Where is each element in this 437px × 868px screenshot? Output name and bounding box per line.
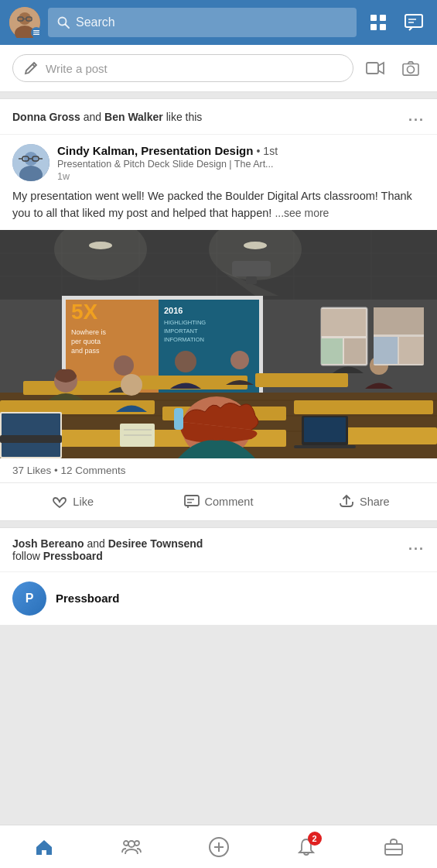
svg-rect-58 <box>232 261 271 276</box>
post-actions: Like Comment Share <box>0 483 437 520</box>
svg-rect-14 <box>380 24 386 30</box>
network-icon <box>121 837 142 857</box>
svg-point-103 <box>124 841 128 846</box>
notification-badge: 2 <box>308 832 322 846</box>
svg-point-73 <box>175 351 196 372</box>
svg-text:IMPORTANT: IMPORTANT <box>164 328 198 335</box>
follow-action: follow <box>12 550 43 562</box>
svg-rect-59 <box>246 276 257 284</box>
header-icons <box>364 9 428 36</box>
video-button[interactable] <box>361 54 389 82</box>
nav-network[interactable] <box>87 825 175 868</box>
like-name1: Donna Gross <box>12 111 80 123</box>
see-more-link[interactable]: ...see more <box>275 207 329 219</box>
home-icon <box>34 837 54 857</box>
svg-rect-82 <box>294 445 356 448</box>
svg-rect-6 <box>33 30 39 31</box>
bottom-nav: 2 <box>0 825 437 868</box>
follow-name2: Desiree Townsend <box>108 537 203 550</box>
likes-count: 37 Likes <box>12 465 51 476</box>
header: Search <box>0 0 437 45</box>
svg-rect-92 <box>321 309 366 336</box>
comment-button[interactable]: Comment <box>145 486 291 517</box>
feed-card: Donna Gross and Ben Walker like this ... <box>0 98 437 521</box>
nav-notifications[interactable]: 2 <box>262 825 350 868</box>
avatar-menu-icon <box>31 27 42 38</box>
svg-rect-64 <box>23 381 131 395</box>
stats-separator: • <box>54 465 60 476</box>
nav-jobs[interactable] <box>350 825 437 868</box>
share-label: Share <box>360 496 390 508</box>
svg-rect-12 <box>380 15 386 21</box>
search-bar[interactable]: Search <box>48 8 357 37</box>
write-post-label: Write a post <box>46 62 108 75</box>
post-stats: 37 Likes • 12 Comments <box>0 458 437 483</box>
grid-icon <box>370 14 387 31</box>
pressboard-avatar: P <box>12 582 46 616</box>
jobs-icon <box>384 837 404 857</box>
pressboard-name: Pressboard <box>56 592 120 605</box>
follow-connector: and <box>87 537 108 550</box>
search-placeholder: Search <box>76 15 115 29</box>
nav-add[interactable] <box>175 825 262 868</box>
post-composer: Write a post <box>0 45 437 92</box>
post-text: My presentation went well! We packed the… <box>12 190 412 219</box>
write-post-input[interactable]: Write a post <box>12 54 353 82</box>
profile-avatar[interactable] <box>9 7 40 38</box>
svg-rect-13 <box>370 24 377 30</box>
message-icon-btn[interactable] <box>400 9 428 36</box>
svg-text:per quota: per quota <box>71 338 101 345</box>
follow-page: Pressboard <box>43 550 103 562</box>
search-icon <box>57 16 70 29</box>
follow-notification-text: Josh Bereano and Desiree Townsend follow… <box>12 537 203 562</box>
svg-rect-89 <box>0 435 62 443</box>
svg-rect-15 <box>405 15 422 27</box>
svg-line-18 <box>32 64 35 67</box>
svg-text:2016: 2016 <box>164 306 183 315</box>
svg-rect-7 <box>33 32 39 33</box>
svg-point-21 <box>407 66 414 73</box>
post-author-name[interactable]: Cindy Kalman, Presentation Design • 1st <box>57 144 425 157</box>
post-header: Cindy Kalman, Presentation Design • 1st … <box>0 135 437 188</box>
follow-more-button[interactable]: ... <box>408 537 425 554</box>
svg-point-72 <box>114 355 134 376</box>
svg-point-102 <box>128 841 135 847</box>
svg-rect-96 <box>374 307 424 335</box>
like-label: Like <box>73 496 94 508</box>
svg-point-104 <box>135 841 139 846</box>
like-notification-text: Donna Gross and Ben Walker like this <box>12 111 202 123</box>
post-author-badge: • 1st <box>257 145 278 157</box>
post-image: 5X Nowhere is per quota and pass 2016 HI… <box>0 230 437 458</box>
camera-button[interactable] <box>397 54 425 82</box>
svg-rect-99 <box>185 496 199 506</box>
svg-point-74 <box>230 351 249 369</box>
message-icon <box>405 14 423 31</box>
share-button[interactable]: Share <box>292 486 437 517</box>
svg-text:and pass: and pass <box>71 347 100 355</box>
comments-count: 12 Comments <box>61 465 126 476</box>
like-more-button[interactable]: ... <box>408 108 425 125</box>
add-icon <box>208 836 230 858</box>
like-icon <box>52 494 67 509</box>
svg-point-76 <box>121 374 142 396</box>
like-suffix: like this <box>166 111 203 123</box>
svg-rect-69 <box>294 400 433 414</box>
nav-home[interactable] <box>0 825 87 868</box>
post-time: 1w <box>57 171 425 182</box>
svg-text:Nowhere is: Nowhere is <box>71 328 107 336</box>
share-icon <box>339 494 354 509</box>
svg-text:HIGHLIGHTING: HIGHLIGHTING <box>164 319 206 326</box>
like-button[interactable]: Like <box>0 486 145 517</box>
svg-line-10 <box>66 25 70 29</box>
like-name2: Ben Walker <box>104 111 163 123</box>
svg-text:5X: 5X <box>71 300 98 324</box>
post-author-avatar[interactable] <box>12 144 50 181</box>
edit-icon <box>24 61 38 75</box>
follow-name1: Josh Bereano <box>12 537 84 550</box>
grid-icon-btn[interactable] <box>364 9 392 36</box>
svg-rect-83 <box>174 408 183 430</box>
pressboard-preview: P Pressboard <box>0 571 437 625</box>
video-icon <box>366 60 384 76</box>
svg-rect-66 <box>255 373 348 387</box>
svg-rect-93 <box>321 338 343 364</box>
